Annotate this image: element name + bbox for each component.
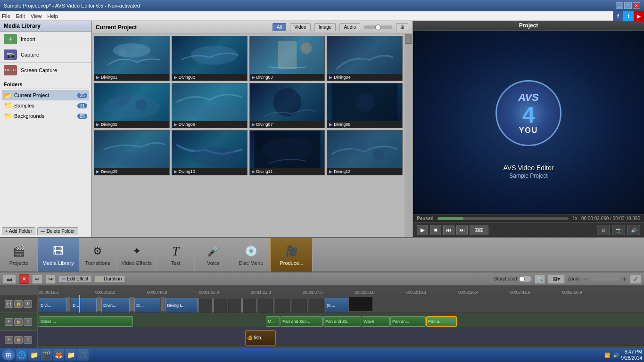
storyboard-toggle[interactable]: Storyboard (494, 276, 532, 282)
filter-image-button[interactable]: Image (314, 23, 336, 31)
camera-icon-btn[interactable]: 📷 (3, 274, 16, 284)
fullscreen-button[interactable]: ⊡ (597, 225, 610, 235)
import-icon: ＋ (4, 34, 17, 44)
minimize-button[interactable]: _ (616, 2, 623, 9)
redo-button[interactable]: ↪ (45, 274, 56, 284)
filter-all-button[interactable]: All (272, 23, 286, 31)
clip-empty6[interactable] (274, 298, 290, 313)
filter-audio-button[interactable]: Audio (339, 23, 360, 31)
thumb-diving11[interactable]: ▶ Diving11 (249, 130, 325, 175)
toolbar-video-effects[interactable]: ✦ Video Effects (117, 238, 157, 272)
storyboard-switch[interactable] (519, 276, 532, 282)
import-button[interactable]: ＋ Import (0, 32, 91, 47)
zoom-plus-btn[interactable]: ＋ (621, 275, 628, 283)
taskbar-media-player-icon[interactable]: 🎬 (41, 349, 52, 361)
delete-button[interactable]: ✕ (19, 274, 29, 284)
clip-diving-l[interactable]: Diving L... (165, 298, 198, 313)
clip-empty4[interactable] (242, 298, 256, 313)
clip-glass[interactable]: Glass ... (39, 316, 133, 327)
folder-current-project[interactable]: 📂 Current Project 25 (2, 90, 89, 100)
edit-effect-button[interactable]: ✏ Edit Effect (58, 275, 91, 282)
delete-folder-button[interactable]: — Delete Folder (37, 227, 78, 235)
maximize-button[interactable]: □ (624, 2, 632, 9)
tray-sound-icon: 🔊 (613, 353, 619, 358)
clip-m[interactable]: M... (266, 316, 280, 327)
clip-pan-a-selected[interactable]: Pan a... (426, 316, 457, 327)
start-button[interactable]: ⊞ (2, 349, 15, 361)
zoom-slider[interactable] (591, 278, 619, 280)
toolbar-voice[interactable]: 🎤 Voice (195, 238, 232, 272)
thumb-diving08[interactable]: ▶ Diving08 (327, 83, 403, 128)
thumb-diving02[interactable]: ▶ Diving02 (172, 36, 248, 81)
thumb-label-diving04: ▶ Diving04 (327, 74, 402, 81)
storyboard-icon-btn[interactable]: 🔍 (535, 274, 545, 284)
taskbar-explorer-icon[interactable]: 📁 (65, 349, 76, 361)
taskbar-folder-icon[interactable]: 📁 (28, 349, 40, 361)
menu-edit[interactable]: Edit (16, 13, 25, 19)
view-mode-btn[interactable]: ⊞▾ (548, 274, 565, 284)
grid-view-button[interactable]: ⊞ (396, 23, 408, 31)
twitter-icon[interactable]: t (623, 11, 634, 21)
toolbar-projects[interactable]: 🎬 Projects (0, 238, 38, 272)
thumb-diving03[interactable]: ▶ Diving03 (249, 36, 325, 81)
preview-progress-bar[interactable] (438, 217, 569, 220)
fullscreen-timeline-btn[interactable]: ⤢ (630, 274, 641, 284)
clip-di[interactable]: Di... (134, 298, 160, 313)
youtube-icon[interactable]: ▶ (634, 11, 644, 21)
clip-divin[interactable]: Divin... (101, 298, 130, 313)
thumb-diving09[interactable]: ▶ Diving09 (94, 130, 170, 175)
duration-button[interactable]: ⏱ Duration (94, 275, 125, 282)
volume-button[interactable]: 🔊 (627, 225, 640, 235)
toolbar-produce[interactable]: 🎥 Produce... (270, 238, 313, 272)
facebook-icon[interactable]: f (613, 11, 623, 21)
prev-frame-button[interactable]: ⏮ (443, 225, 454, 235)
filter-video-button[interactable]: Video (290, 23, 310, 31)
clip-wave[interactable]: Wave (362, 316, 390, 327)
size-slider[interactable] (364, 25, 392, 29)
thumb-diving05[interactable]: ▶ Diving05 (94, 83, 170, 128)
folder-samples[interactable]: 📁 Samples 31 (2, 100, 89, 111)
menu-file[interactable]: File (2, 13, 10, 19)
snapshot-button[interactable]: 📷 (612, 225, 625, 235)
clip-empty5[interactable] (257, 298, 273, 313)
thumb-diving04[interactable]: ▶ Diving04 (327, 36, 403, 81)
toolbar-transitions[interactable]: ⚙ Transitions (79, 238, 117, 272)
stop-button[interactable]: ■ (430, 225, 441, 235)
clip-pan-an[interactable]: Pan an... (390, 316, 426, 327)
thumb-diving07[interactable]: ▶ Diving07 (249, 83, 325, 128)
taskbar-firefox-icon[interactable]: 🦊 (53, 349, 64, 361)
taskbar-music-icon[interactable]: 🎵 (77, 349, 89, 361)
thumb-diving06[interactable]: ▶ Diving06 (172, 83, 248, 128)
menu-view[interactable]: View (31, 13, 42, 19)
clip-pan-zo[interactable]: Pan and Zo... (323, 316, 361, 327)
clip-divi1[interactable]: Divi... (39, 298, 67, 313)
play-button[interactable]: ▶ (417, 225, 428, 235)
folder-backgrounds[interactable]: 📁 Backgrounds 65 (2, 111, 89, 121)
clip-0[interactable]: (0,... (325, 298, 348, 313)
toolbar-disc-menu[interactable]: 💿 Disc Menu (232, 238, 270, 272)
add-folder-button[interactable]: + Add Folder (2, 227, 35, 235)
zoom-minus-btn[interactable]: － (583, 275, 589, 283)
scroll-bar[interactable] (405, 34, 412, 237)
undo-button[interactable]: ↩ (32, 274, 42, 284)
clip-empty7[interactable] (291, 298, 307, 313)
thumb-diving01[interactable]: ▶ Diving01 (94, 36, 170, 81)
screen-capture-button[interactable]: OREC Screen Capture (0, 63, 91, 78)
menu-help[interactable]: Help (47, 13, 58, 19)
thumb-diving10[interactable]: ▶ Diving10 (172, 130, 248, 175)
clip-pan-zoo1[interactable]: Pan and Zoo... (281, 316, 323, 327)
toolbar-text[interactable]: T Text (157, 238, 195, 272)
clip-fish[interactable]: 🐠 fish... (245, 330, 276, 346)
thumb-diving12[interactable]: ▶ Diving12 (327, 130, 403, 175)
clip-empty3[interactable] (228, 298, 242, 313)
clip-empty1[interactable] (198, 298, 213, 313)
capture-button[interactable]: 📷 Capture (0, 47, 91, 63)
clip-empty8[interactable] (308, 298, 324, 313)
clip-empty2[interactable] (213, 298, 227, 313)
clip-d[interactable]: D... (71, 298, 97, 313)
taskbar-ie-icon[interactable]: 🌐 (16, 349, 27, 361)
loop-button[interactable]: ⊞⊞ (470, 225, 488, 235)
next-frame-button[interactable]: ⏭ (456, 225, 468, 235)
toolbar-media-library[interactable]: 🎞 Media Library (38, 238, 79, 272)
close-button[interactable]: ✕ (633, 2, 640, 9)
